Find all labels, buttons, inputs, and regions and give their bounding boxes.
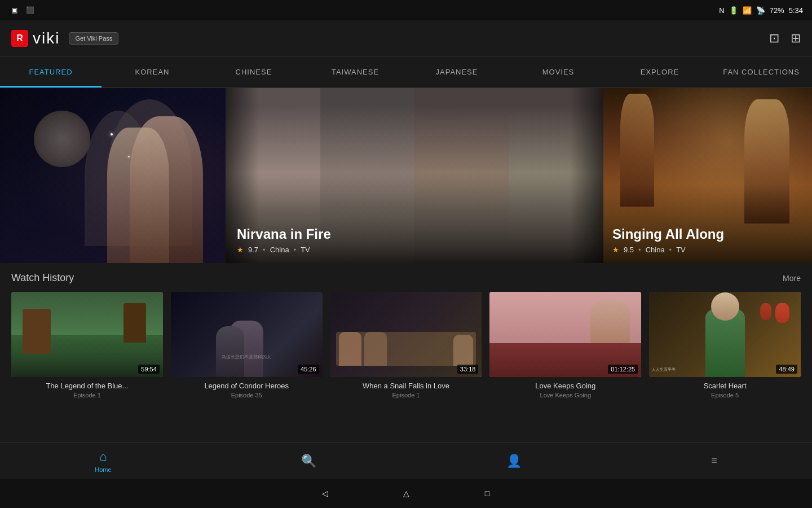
nfc-icon: ▣ <box>9 5 19 15</box>
hero-moon <box>34 111 90 167</box>
system-home-button[interactable]: △ <box>399 487 413 500</box>
singing-meta: ★ 9.5 • China • TV <box>612 246 724 254</box>
hero-center-right-fade <box>570 88 603 263</box>
wifi-icon: 📶 <box>743 6 752 15</box>
card-legend-blue-subtitle: Episode 1 <box>11 392 163 398</box>
bottom-nav-home-label: Home <box>95 466 111 473</box>
nfc-status-icon: N <box>719 6 724 15</box>
viki-wordmark: viki <box>33 29 60 47</box>
battery-level: 72% <box>770 6 784 15</box>
card-snail-love-thumb: 33:18 <box>330 292 482 377</box>
card-condor-heroes-title: Legend of Condor Heroes <box>171 382 323 390</box>
card-condor-heroes[interactable]: 马道长您们不是那样的人 45:26 Legend of Condor Heroe… <box>171 292 323 398</box>
home-icon: ⌂ <box>99 449 107 464</box>
grid-icon[interactable]: ⊞ <box>791 31 801 46</box>
bottom-nav-home[interactable]: ⌂ Home <box>95 449 111 473</box>
status-bar-right: N 🔋 📶 📡 72% 5:34 <box>719 6 803 15</box>
header-right: ⊡ ⊞ <box>769 31 801 46</box>
nirvana-dot-1: • <box>263 246 266 254</box>
bottom-nav-profile[interactable]: 👤 <box>506 454 522 468</box>
card-condor-heroes-subtitle: Episode 35 <box>171 392 323 398</box>
watch-history-cards: 59:54 The Legend of the Blue... Episode … <box>11 292 801 398</box>
card-snail-love-duration: 33:18 <box>457 365 479 374</box>
search-icon: 🔍 <box>301 454 316 468</box>
tab-explore[interactable]: EXPLORE <box>609 56 710 87</box>
hero-person-left <box>107 128 169 263</box>
card-condor-heroes-thumb: 马道长您们不是那样的人 45:26 <box>171 292 323 377</box>
get-viki-pass-button[interactable]: Get Viki Pass <box>69 32 118 45</box>
hero-right-info: Singing All Along ★ 9.5 • China • TV <box>612 226 724 254</box>
viki-r-badge: R <box>11 30 28 47</box>
signal-icon: 📡 <box>756 6 765 15</box>
hero-section: Nirvana in Fire ★ 9.7 • China • TV Singi… <box>0 88 812 263</box>
tab-taiwanese[interactable]: TAIWANESE <box>304 56 406 87</box>
hero-singing-all-along[interactable]: Singing All Along ★ 9.5 • China • TV <box>603 88 812 263</box>
cast-icon[interactable]: ⊡ <box>769 31 779 46</box>
bottom-nav-search[interactable]: 🔍 <box>301 454 316 468</box>
nirvana-country: China <box>270 246 289 254</box>
nirvana-rating: 9.7 <box>248 246 258 254</box>
tab-japanese[interactable]: JAPANESE <box>406 56 508 87</box>
card-snail-love-subtitle: Episode 1 <box>330 392 482 398</box>
singing-dot-1: • <box>638 246 641 254</box>
singing-star-icon: ★ <box>612 246 619 254</box>
singing-dot-2: • <box>669 246 672 254</box>
hero-center-info: Nirvana in Fire ★ 9.7 • China • TV <box>237 226 331 254</box>
card-legend-blue-thumb: 59:54 <box>11 292 163 377</box>
system-recent-button[interactable]: □ <box>480 487 494 500</box>
viki-logo[interactable]: R viki <box>11 29 60 47</box>
system-back-button[interactable]: ◁ <box>318 487 332 500</box>
nirvana-title: Nirvana in Fire <box>237 226 331 242</box>
card-love-keeps-going-subtitle: Love Keeps Going <box>489 392 641 398</box>
card-scarlet-heart-title: Scarlet Heart <box>649 382 801 390</box>
menu-icon: ≡ <box>711 455 717 467</box>
status-bar-left: ▣ ⬛ <box>9 5 35 15</box>
tab-fan-collections[interactable]: FAN COLLECTIONS <box>710 56 812 87</box>
card-scarlet-heart-subtitle: Episode 5 <box>649 392 801 398</box>
nirvana-dot-2: • <box>294 246 297 254</box>
card-legend-blue[interactable]: 59:54 The Legend of the Blue... Episode … <box>11 292 163 398</box>
card-legend-blue-title: The Legend of the Blue... <box>11 382 163 390</box>
card-snail-love-title: When a Snail Falls in Love <box>330 382 482 390</box>
singing-title: Singing All Along <box>612 226 724 242</box>
card-condor-heroes-duration: 45:26 <box>298 365 319 374</box>
card-love-keeps-going-thumb: 01:12:25 <box>489 292 641 377</box>
watch-history-title: Watch History <box>11 272 74 284</box>
card-snail-love[interactable]: 33:18 When a Snail Falls in Love Episode… <box>330 292 482 398</box>
profile-icon: 👤 <box>506 454 522 468</box>
bottom-nav: ⌂ Home 🔍 👤 ≡ <box>0 443 812 479</box>
watch-history-more-button[interactable]: More <box>783 274 801 283</box>
bottom-nav-menu[interactable]: ≡ <box>711 455 717 467</box>
card-love-keeps-going-title: Love Keeps Going <box>489 382 641 390</box>
screenshot-icon: ⬛ <box>25 5 35 15</box>
clock: 5:34 <box>789 6 803 15</box>
nirvana-star-icon: ★ <box>237 246 244 254</box>
tab-movies[interactable]: MOVIES <box>508 56 609 87</box>
hero-sparkle-2 <box>128 156 130 157</box>
card-scarlet-heart[interactable]: 人人生而平等 48:49 Scarlet Heart Episode 5 <box>649 292 801 398</box>
status-bar: ▣ ⬛ N 🔋 📶 📡 72% 5:34 <box>0 0 812 20</box>
card-love-keeps-going[interactable]: 01:12:25 Love Keeps Going Love Keeps Goi… <box>489 292 641 398</box>
nirvana-type: TV <box>301 246 310 254</box>
card-scarlet-heart-duration: 48:49 <box>776 365 797 374</box>
header-left: R viki Get Viki Pass <box>11 29 118 47</box>
hero-nirvana-in-fire[interactable]: Nirvana in Fire ★ 9.7 • China • TV <box>226 88 603 263</box>
watch-history-section: Watch History More 59:54 The Legend of t… <box>0 263 812 403</box>
tab-korean[interactable]: KOREAN <box>102 56 203 87</box>
tab-featured[interactable]: FEATURED <box>0 56 102 87</box>
hero-sparkle-1 <box>111 133 113 135</box>
nirvana-meta: ★ 9.7 • China • TV <box>237 246 331 254</box>
watch-history-header: Watch History More <box>11 272 801 284</box>
card-scarlet-heart-thumb: 人人生而平等 48:49 <box>649 292 801 377</box>
tab-chinese[interactable]: CHINESE <box>203 56 304 87</box>
header: R viki Get Viki Pass ⊡ ⊞ <box>0 20 812 56</box>
battery-icon: 🔋 <box>729 6 738 15</box>
singing-rating: 9.5 <box>624 246 634 254</box>
singing-type: TV <box>676 246 686 254</box>
singing-country: China <box>646 246 665 254</box>
system-nav-bar: ◁ △ □ <box>0 479 812 508</box>
card-love-keeps-going-duration: 01:12:25 <box>608 365 638 374</box>
card-legend-blue-duration: 59:54 <box>138 365 160 374</box>
hero-featured-left[interactable] <box>0 88 226 263</box>
nav-tabs: FEATURED KOREAN CHINESE TAIWANESE JAPANE… <box>0 56 812 88</box>
